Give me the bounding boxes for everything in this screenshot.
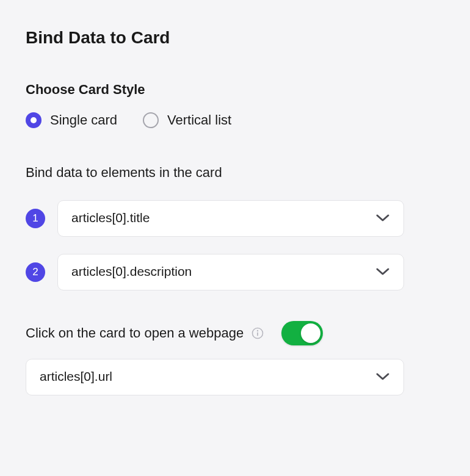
card-style-radio-group: Single card Vertical list xyxy=(26,112,404,128)
chevron-down-icon xyxy=(375,267,390,276)
radio-single-card[interactable]: Single card xyxy=(26,112,117,128)
chevron-down-icon xyxy=(375,372,390,381)
click-card-row: Click on the card to open a webpage xyxy=(26,321,404,345)
url-dropdown[interactable]: articles[0].url xyxy=(26,359,404,395)
radio-vertical-list[interactable]: Vertical list xyxy=(143,112,231,128)
click-card-label: Click on the card to open a webpage xyxy=(26,325,244,341)
binding-dropdown-2-value: articles[0].description xyxy=(71,264,192,279)
step-badge-2: 2 xyxy=(26,262,45,282)
radio-single-card-label: Single card xyxy=(50,112,117,128)
click-card-toggle[interactable] xyxy=(281,321,323,345)
radio-unselected-icon xyxy=(143,112,159,128)
binding-row-1: 1 articles[0].title xyxy=(26,200,404,237)
binding-dropdown-1[interactable]: articles[0].title xyxy=(57,200,404,237)
svg-point-1 xyxy=(257,330,258,331)
binding-dropdown-1-value: articles[0].title xyxy=(71,211,150,225)
info-icon[interactable] xyxy=(251,326,264,340)
page-title: Bind Data to Card xyxy=(26,28,444,48)
svg-rect-2 xyxy=(257,333,258,336)
url-dropdown-value: articles[0].url xyxy=(40,369,112,384)
binding-dropdown-2[interactable]: articles[0].description xyxy=(57,254,404,290)
radio-vertical-list-label: Vertical list xyxy=(167,112,231,128)
chevron-down-icon xyxy=(375,214,390,222)
binding-row-2: 2 articles[0].description xyxy=(26,254,404,290)
card-style-heading: Choose Card Style xyxy=(26,82,404,98)
step-badge-1: 1 xyxy=(26,209,45,228)
toggle-knob xyxy=(301,323,320,343)
radio-selected-icon xyxy=(26,112,42,128)
bind-section-heading: Bind data to elements in the card xyxy=(26,165,404,181)
